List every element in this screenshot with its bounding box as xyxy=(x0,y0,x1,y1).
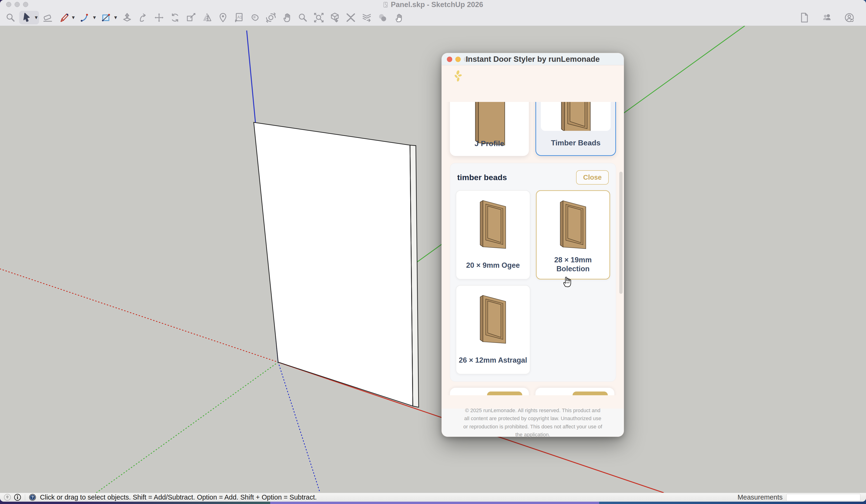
paint-icon[interactable] xyxy=(248,11,262,24)
timber-beads-section: timber beads Close 20 × 9mm Ogee 28 × 19… xyxy=(450,163,616,382)
dialog-footer: © 2025 runLemonade. All rights reserved.… xyxy=(442,408,624,437)
astragal-door-image xyxy=(473,292,513,344)
flip-icon[interactable] xyxy=(200,11,214,24)
category-label: J Profile xyxy=(450,139,529,148)
bead-card-ogee[interactable]: 20 × 9mm Ogee xyxy=(456,190,530,279)
status-bar: ? Click or drag to select objects. Shift… xyxy=(0,493,866,502)
ogee-door-image xyxy=(473,197,513,249)
panel-model[interactable] xyxy=(254,122,419,407)
runlemonade-logo-icon xyxy=(453,70,462,82)
instant-door-styler-dialog: Instant Door Styler by runLemonade J Pro… xyxy=(442,53,624,437)
toolbar xyxy=(0,9,866,26)
rectangle-icon[interactable] xyxy=(99,11,119,24)
model-canvas xyxy=(0,26,866,493)
account-icon[interactable] xyxy=(842,11,857,24)
dialog-scrollbar-thumb[interactable] xyxy=(619,172,623,294)
section-close-button[interactable]: Close xyxy=(576,170,609,184)
status-hint: Click or drag to select objects. Shift =… xyxy=(40,493,317,501)
zoom-extents-icon[interactable] xyxy=(312,11,326,24)
status-icons: ? xyxy=(0,494,36,501)
dialog-scroll-area[interactable]: J Profile Timber Beads timber beads Clos… xyxy=(442,102,624,395)
sketchup-window: Panel.skp - SketchUp 2026 xyxy=(0,0,866,502)
category-card-timber-beads[interactable]: Timber Beads xyxy=(535,102,616,156)
model-viewport[interactable] xyxy=(0,26,866,493)
timber-beads-door-image xyxy=(552,102,599,131)
bead-card-astragal[interactable]: 26 × 12mm Astragal xyxy=(456,285,530,374)
select-icon[interactable] xyxy=(19,11,39,24)
toolbar-right xyxy=(797,11,857,24)
bead-label: 28 × 19mm Bolection xyxy=(536,256,610,274)
measurements-label: Measurements xyxy=(737,493,782,501)
measurements-input[interactable] xyxy=(786,494,861,501)
window-title: Panel.skp - SketchUp 2026 xyxy=(391,0,483,9)
orbit-icon[interactable] xyxy=(264,11,278,24)
clipped-card[interactable] xyxy=(450,388,529,395)
clipped-card-row xyxy=(450,388,616,395)
follow-me-icon[interactable] xyxy=(136,11,151,24)
axis-blue-negative xyxy=(278,362,320,493)
text-icon[interactable] xyxy=(232,11,246,24)
geolocation-icon[interactable] xyxy=(4,494,11,501)
category-label: Timber Beads xyxy=(536,138,615,147)
help-icon[interactable]: ? xyxy=(29,494,36,501)
bead-grid-empty-cell xyxy=(536,285,610,374)
pan-icon[interactable] xyxy=(280,11,294,24)
section-title: timber beads xyxy=(457,173,507,182)
category-row: J Profile Timber Beads xyxy=(450,102,616,156)
get-models-icon[interactable] xyxy=(327,11,342,24)
category-card-j-profile[interactable]: J Profile xyxy=(450,102,529,156)
section-header: timber beads Close xyxy=(456,169,610,184)
grab-icon[interactable] xyxy=(391,11,406,24)
tape-measure-icon[interactable] xyxy=(216,11,230,24)
bead-card-bolection[interactable]: 28 × 19mm Bolection xyxy=(536,190,610,279)
eraser-icon[interactable] xyxy=(41,11,55,24)
axis-green-negative xyxy=(96,362,278,493)
dialog-titlebar[interactable]: Instant Door Styler by runLemonade xyxy=(442,53,624,65)
components-icon[interactable] xyxy=(376,11,390,24)
sandbox-icon[interactable] xyxy=(344,11,358,24)
window-titlebar: Panel.skp - SketchUp 2026 xyxy=(0,0,866,9)
window-title-group: Panel.skp - SketchUp 2026 xyxy=(0,0,866,9)
zoom-icon[interactable] xyxy=(296,11,310,24)
sketchup-logo-icon xyxy=(383,2,388,8)
bolection-door-image xyxy=(553,197,593,249)
scale-icon[interactable] xyxy=(184,11,198,24)
push-pull-icon[interactable] xyxy=(120,11,134,24)
dialog-title: Instant Door Styler by runLemonade xyxy=(442,53,624,65)
search-icon[interactable] xyxy=(3,11,18,24)
copyright-text: © 2025 runLemonade. All rights reserved.… xyxy=(442,406,624,438)
export-icon[interactable] xyxy=(359,11,374,24)
new-document-icon[interactable] xyxy=(797,11,811,24)
toolbar-left xyxy=(3,11,406,24)
clipped-card-gold-thumb xyxy=(573,392,608,395)
measurements-group: Measurements xyxy=(737,493,866,501)
bead-label: 26 × 12mm Astragal xyxy=(456,356,530,365)
line-icon[interactable] xyxy=(56,11,76,24)
bead-label: 20 × 9mm Ogee xyxy=(456,261,530,270)
arc-icon[interactable] xyxy=(78,11,97,24)
axis-red-negative xyxy=(0,269,278,362)
svg-text:?: ? xyxy=(32,495,34,499)
timber-beads-image-box xyxy=(541,102,611,131)
rotate-icon[interactable] xyxy=(168,11,182,24)
share-collaborate-icon[interactable] xyxy=(820,11,834,24)
clipped-card[interactable] xyxy=(535,388,614,395)
clipped-card-gold-thumb xyxy=(487,392,522,395)
status-divider xyxy=(25,494,25,501)
move-icon[interactable] xyxy=(152,11,166,24)
bead-grid: 20 × 9mm Ogee 28 × 19mm Bolection 26 × 1… xyxy=(456,190,610,374)
info-icon[interactable] xyxy=(14,494,21,501)
